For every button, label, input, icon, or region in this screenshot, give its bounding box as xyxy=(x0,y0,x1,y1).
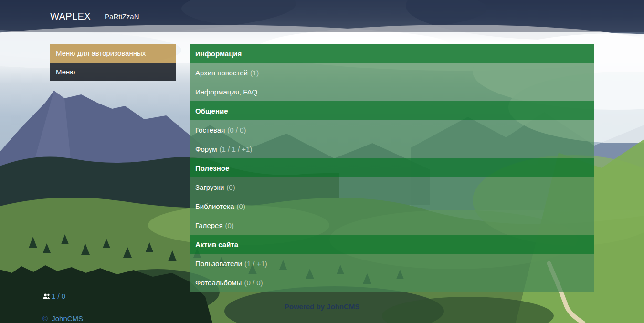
sidebar: Меню для авторизованных Меню xyxy=(50,44,176,81)
menu-item-info-faq[interactable]: Информация, FAQ xyxy=(190,82,594,101)
menu-item-forum[interactable]: Форум (1 / 1 / +1) xyxy=(190,139,594,158)
menu-item-library[interactable]: Библиотека (0) xyxy=(190,197,594,216)
main-menu: Информация Архив новостей (1) Информация… xyxy=(190,44,594,292)
menu-item-label: Информация, FAQ xyxy=(195,88,257,96)
sidebar-item-label: Меню xyxy=(56,68,75,76)
menu-section-title: Информация xyxy=(195,50,242,58)
top-bar: WAPLEX PaRtiZzaN xyxy=(0,0,644,32)
menu-section-information: Информация xyxy=(190,44,594,63)
sidebar-item-auth-menu[interactable]: Меню для авторизованных xyxy=(50,44,176,63)
copyright-symbol: © xyxy=(42,314,48,323)
online-users-link[interactable]: 1 / 0 xyxy=(42,292,65,300)
copyright-link[interactable]: © JohnCMS xyxy=(42,314,83,323)
menu-item-users[interactable]: Пользователи (1 / +1) xyxy=(190,254,594,273)
menu-item-counter: (0) xyxy=(226,183,235,191)
menu-item-label: Загрузки xyxy=(195,183,224,191)
online-counter: 1 / 0 xyxy=(52,292,65,300)
nav-item-partizzan[interactable]: PaRtiZzaN xyxy=(105,12,139,21)
menu-item-counter: (1 / 1 / +1) xyxy=(220,145,253,153)
sidebar-item-label: Меню для авторизованных xyxy=(56,49,146,57)
powered-by-text: Powered by JohnCMS xyxy=(0,302,644,311)
menu-item-guestbook[interactable]: Гостевая (0 / 0) xyxy=(190,120,594,139)
copyright-label: JohnCMS xyxy=(52,314,83,323)
brand-logo[interactable]: WAPLEX xyxy=(50,11,91,22)
menu-item-counter: (1 / +1) xyxy=(244,260,267,268)
menu-item-label: Фотоальбомы xyxy=(195,279,242,287)
menu-item-counter: (0) xyxy=(237,202,245,210)
sidebar-item-menu[interactable]: Меню xyxy=(50,63,176,81)
menu-item-label: Пользователи xyxy=(195,260,242,268)
menu-item-counter: (1) xyxy=(250,69,259,77)
menu-item-label: Галерея xyxy=(195,221,223,229)
menu-item-photo-albums[interactable]: Фотоальбомы (0 / 0) xyxy=(190,273,594,292)
users-icon xyxy=(42,293,51,300)
menu-item-counter: (0 / 0) xyxy=(227,126,246,134)
menu-section-site-activity: Актив сайта xyxy=(190,235,594,254)
menu-section-title: Общение xyxy=(195,107,228,115)
menu-item-news-archive[interactable]: Архив новостей (1) xyxy=(190,63,594,82)
menu-section-title: Актив сайта xyxy=(195,240,238,249)
menu-item-counter: (0 / 0) xyxy=(244,279,263,287)
menu-item-label: Гостевая xyxy=(195,126,225,134)
menu-section-title: Полезное xyxy=(195,164,229,172)
menu-section-useful: Полезное xyxy=(190,158,594,177)
menu-item-downloads[interactable]: Загрузки (0) xyxy=(190,177,594,197)
menu-item-label: Библиотека xyxy=(195,202,234,210)
menu-section-communication: Общение xyxy=(190,101,594,120)
menu-item-label: Форум xyxy=(195,145,217,153)
menu-item-label: Архив новостей xyxy=(195,69,248,77)
menu-item-counter: (0) xyxy=(225,221,234,229)
menu-item-gallery[interactable]: Галерея (0) xyxy=(190,216,594,235)
